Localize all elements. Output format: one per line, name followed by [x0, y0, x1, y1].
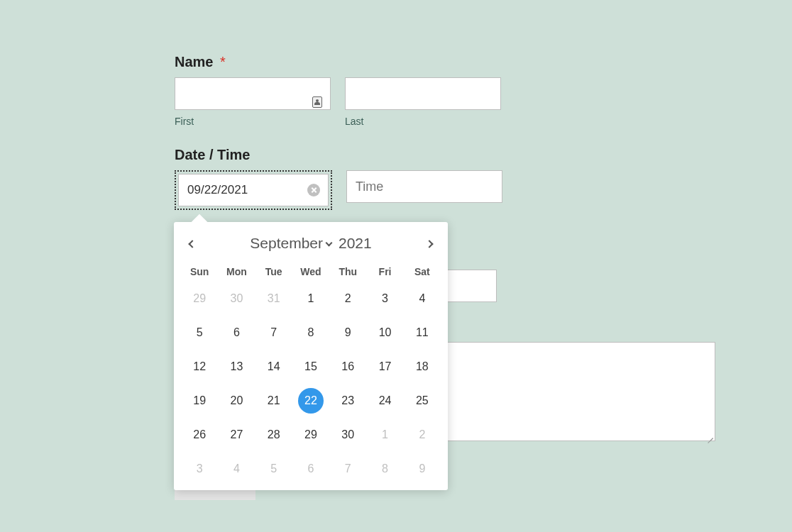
calendar-day-cell[interactable]: 19	[181, 384, 218, 418]
calendar-grid: SunMonTueWedThuFriSat 293031123456789101…	[181, 262, 441, 486]
calendar-day-cell[interactable]: 17	[366, 350, 403, 384]
calendar-day-cell[interactable]: 5	[181, 316, 218, 350]
calendar-day-cell[interactable]: 31	[255, 282, 292, 316]
calendar-day-cell[interactable]: 30	[329, 418, 366, 452]
calendar-day-cell[interactable]: 9	[329, 316, 366, 350]
calendar-day-cell[interactable]: 11	[404, 316, 441, 350]
calendar-day-cell[interactable]: 6	[292, 452, 329, 486]
calendar-month-select[interactable]: September	[250, 235, 331, 252]
calendar-day-cell[interactable]: 1	[292, 282, 329, 316]
calendar-day-cell[interactable]: 22	[292, 384, 329, 418]
calendar-next-month-button[interactable]	[422, 233, 436, 254]
name-first-input[interactable]	[175, 77, 331, 110]
date-clear-button[interactable]	[307, 184, 320, 196]
calendar-day-cell[interactable]: 23	[329, 384, 366, 418]
calendar-day-cell[interactable]: 10	[366, 316, 403, 350]
calendar-day-cell[interactable]: 27	[218, 418, 255, 452]
calendar-day-cell[interactable]: 3	[181, 452, 218, 486]
calendar-day-cell[interactable]: 9	[404, 452, 441, 486]
name-last-sublabel: Last	[345, 116, 501, 127]
chevron-left-icon	[188, 240, 196, 248]
calendar-day-cell[interactable]: 26	[181, 418, 218, 452]
calendar-day-cell[interactable]: 21	[255, 384, 292, 418]
calendar-dow-header: Tue	[255, 262, 292, 282]
calendar-day-cell[interactable]: 14	[255, 350, 292, 384]
calendar-day-cell[interactable]: 28	[255, 418, 292, 452]
name-first-sublabel: First	[175, 116, 331, 127]
calendar-day-cell[interactable]: 30	[218, 282, 255, 316]
calendar-month-label: September	[250, 235, 323, 252]
calendar-dow-header: Thu	[329, 262, 366, 282]
popover-arrow	[192, 214, 208, 231]
calendar-day-cell[interactable]: 3	[366, 282, 403, 316]
chevron-right-icon	[425, 240, 433, 248]
calendar-day-cell[interactable]: 24	[366, 384, 403, 418]
calendar-day-cell[interactable]: 8	[292, 316, 329, 350]
calendar-dow-header: Sat	[404, 262, 441, 282]
required-asterisk: *	[220, 54, 226, 70]
calendar-day-cell[interactable]: 16	[329, 350, 366, 384]
calendar-day-cell[interactable]: 6	[218, 316, 255, 350]
date-input[interactable]: 09/22/2021	[178, 174, 329, 206]
calendar-day-cell[interactable]: 5	[255, 452, 292, 486]
calendar-day-cell[interactable]: 4	[218, 452, 255, 486]
calendar-day-cell[interactable]: 25	[404, 384, 441, 418]
name-label: Name *	[175, 54, 792, 70]
datetime-label: Date / Time	[175, 147, 792, 163]
calendar-day-cell[interactable]: 2	[329, 282, 366, 316]
calendar-dow-header: Sun	[181, 262, 218, 282]
date-input-focus-ring: 09/22/2021	[175, 170, 332, 210]
calendar-year-label[interactable]: 2021	[339, 235, 372, 252]
time-input[interactable]	[346, 170, 502, 203]
name-last-input[interactable]	[345, 77, 501, 110]
calendar-day-cell[interactable]: 7	[329, 452, 366, 486]
calendar-day-cell[interactable]: 12	[181, 350, 218, 384]
date-input-value: 09/22/2021	[187, 183, 248, 197]
calendar-day-cell[interactable]: 8	[366, 452, 403, 486]
calendar-dow-header: Fri	[366, 262, 403, 282]
calendar-day-cell[interactable]: 13	[218, 350, 255, 384]
calendar-day-cell[interactable]: 2	[404, 418, 441, 452]
calendar-day-cell[interactable]: 15	[292, 350, 329, 384]
calendar-day-cell[interactable]: 4	[404, 282, 441, 316]
chevron-down-icon	[326, 239, 333, 246]
calendar-dow-header: Mon	[218, 262, 255, 282]
date-picker-popover: September 2021 SunMonTueWedThuFriSat 293…	[174, 222, 448, 490]
autofill-contact-icon[interactable]	[312, 96, 322, 108]
calendar-prev-month-button[interactable]	[185, 233, 199, 254]
calendar-day-cell[interactable]: 29	[181, 282, 218, 316]
calendar-day-cell[interactable]: 20	[218, 384, 255, 418]
calendar-day-cell[interactable]: 29	[292, 418, 329, 452]
name-label-text: Name	[175, 54, 213, 70]
calendar-day-cell[interactable]: 7	[255, 316, 292, 350]
calendar-dow-header: Wed	[292, 262, 329, 282]
calendar-day-cell[interactable]: 1	[366, 418, 403, 452]
calendar-day-cell[interactable]: 18	[404, 350, 441, 384]
